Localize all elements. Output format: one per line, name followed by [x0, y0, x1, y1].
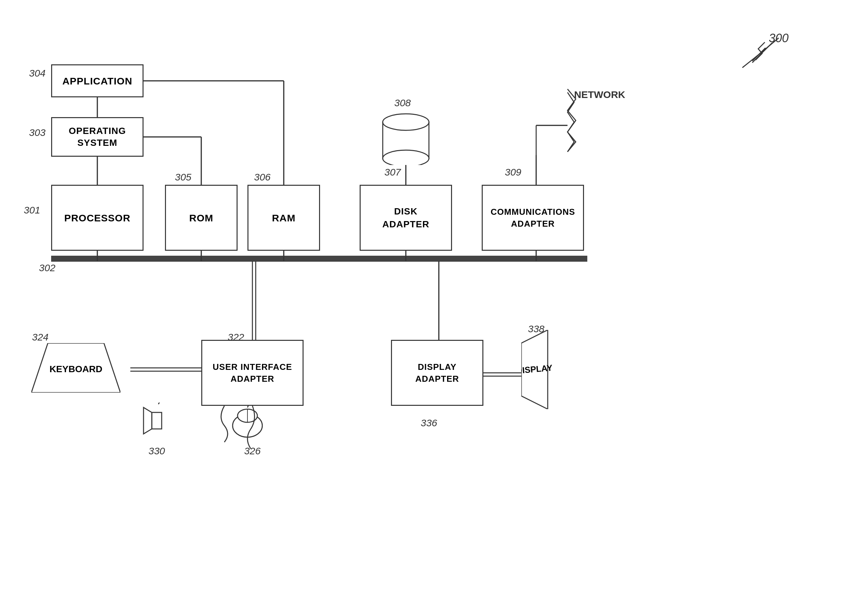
ref-301: 301: [24, 205, 40, 216]
ref-306: 306: [254, 172, 271, 183]
application-box: APPLICATION: [51, 65, 144, 97]
network-label: NETWORK: [574, 89, 625, 100]
display-adapter-box: DISPLAYADAPTER: [391, 340, 484, 406]
processor-box: PROCESSOR: [51, 185, 144, 251]
ref-324: 324: [32, 331, 48, 343]
mouse-icon: [228, 406, 267, 439]
svg-line-20: [742, 54, 759, 67]
operating-system-box: OPERATINGSYSTEM: [51, 117, 144, 157]
ref-308: 308: [394, 97, 411, 109]
communications-adapter-box: COMMUNICATIONSADAPTER: [482, 185, 584, 251]
keyboard-box: KEYBOARD: [31, 343, 120, 393]
ref-322: 322: [228, 331, 244, 343]
speaker-icon: [142, 403, 175, 446]
disk-cylinder: [380, 106, 432, 165]
svg-text:KEYBOARD: KEYBOARD: [50, 364, 102, 374]
svg-marker-33: [144, 408, 152, 434]
ref-338: 338: [528, 323, 544, 334]
ref-326: 326: [244, 446, 261, 457]
rom-box: ROM: [165, 185, 237, 251]
ram-box: RAM: [248, 185, 320, 251]
ref-330: 330: [148, 446, 165, 457]
ref-303: 303: [29, 127, 45, 138]
svg-line-53: [752, 43, 772, 63]
svg-point-26: [383, 114, 429, 131]
svg-point-27: [383, 150, 429, 165]
svg-rect-0: [51, 256, 587, 262]
ref-304: 304: [29, 67, 45, 79]
ref-336: 336: [421, 417, 437, 428]
ref-305: 305: [175, 172, 191, 183]
ref-302: 302: [39, 262, 56, 274]
ref-300: 300: [769, 31, 788, 45]
user-interface-adapter-box: USER INTERFACEADAPTER: [201, 340, 303, 406]
svg-rect-34: [51, 256, 587, 261]
diagram-container: APPLICATION OPERATINGSYSTEM PROCESSOR RO…: [0, 0, 844, 616]
disk-adapter-box: DISKADAPTER: [360, 185, 452, 251]
display-box: DISPLAY: [521, 330, 610, 409]
ref-307: 307: [384, 167, 401, 178]
svg-rect-32: [152, 412, 162, 429]
ref-309: 309: [505, 167, 521, 178]
